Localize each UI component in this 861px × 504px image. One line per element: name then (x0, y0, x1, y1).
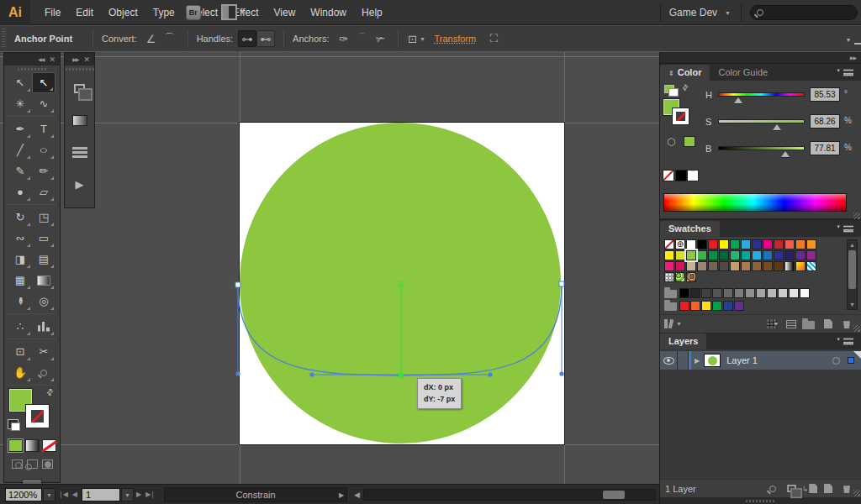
swatch[interactable] (789, 288, 799, 298)
swatch[interactable] (719, 239, 729, 249)
shape-builder-tool[interactable]: ◨ (8, 249, 32, 270)
scrollbar-thumb[interactable] (848, 250, 856, 289)
swap-fill-stroke-icon[interactable]: ⇄ (44, 386, 55, 398)
layer-name[interactable]: Layer 1 (726, 355, 832, 365)
draw-inside-icon[interactable] (42, 459, 53, 469)
eraser-tool[interactable]: ▱ (32, 181, 55, 202)
swatch[interactable] (697, 261, 707, 271)
swatch[interactable] (719, 250, 729, 260)
swatch[interactable] (708, 261, 718, 271)
swatch[interactable] (712, 301, 722, 311)
slider-track-h[interactable] (718, 92, 805, 97)
slider-value-field[interactable]: 85.53 (810, 87, 840, 102)
isolate-object-button[interactable]: ⛶ (484, 30, 503, 47)
swatch-kind-button[interactable]: ▼ (763, 317, 782, 332)
scroll-left-icon[interactable]: ◀ (354, 491, 360, 499)
panel-menu-icon[interactable] (843, 70, 853, 76)
gradient-button[interactable] (25, 439, 40, 452)
new-swatch-button[interactable] (819, 317, 837, 332)
blob-brush-tool[interactable]: ● (8, 181, 32, 202)
column-graph-tool[interactable] (32, 316, 55, 337)
eyedropper-tool[interactable]: ✒ (8, 291, 32, 312)
drag-handle[interactable] (2, 29, 6, 49)
gradient-panel-icon[interactable] (65, 104, 94, 136)
menu-window[interactable]: Window (303, 0, 354, 25)
hand-tool[interactable]: ✋ (8, 362, 32, 383)
swatch[interactable] (741, 261, 751, 271)
none-swatch[interactable] (664, 239, 674, 249)
resize-grip[interactable] (853, 490, 860, 496)
tab-color-guide[interactable]: Color Guide (710, 65, 776, 81)
menu-view[interactable]: View (267, 0, 304, 25)
tab-swatches[interactable]: Swatches (660, 221, 720, 237)
expand-dock-icon[interactable]: ▶▶ (850, 55, 856, 60)
menu-file[interactable]: File (37, 0, 68, 25)
swatch[interactable] (675, 250, 685, 260)
expand-triangle-icon[interactable]: ▶ (695, 357, 700, 365)
width-tool[interactable]: ∾ (8, 228, 32, 249)
grad-orange-swatch[interactable] (795, 261, 806, 271)
swatch[interactable] (774, 239, 784, 249)
pat-dots-swatch[interactable] (664, 272, 674, 282)
swatch[interactable] (763, 239, 773, 249)
panel-menu-icon[interactable] (843, 226, 853, 233)
slice-tool[interactable]: ✂ (32, 341, 55, 362)
canvas-area[interactable]: dX: 0 px dY: -7 px ◀◀ ✕ ↖↖✳∿✒T╱○✎✏●▱↻◳∾▭… (0, 52, 659, 484)
swatch[interactable] (701, 288, 711, 298)
swatch[interactable] (686, 239, 696, 249)
search-field[interactable] (750, 5, 858, 20)
swatch[interactable] (741, 239, 751, 249)
scroll-down-icon[interactable]: ▼ (848, 300, 857, 309)
isolate-selection-button[interactable]: ⊡▼ (407, 30, 425, 47)
horizontal-scrollbar[interactable] (363, 489, 656, 501)
swatch[interactable] (686, 261, 696, 271)
convert-to-smooth-button[interactable]: ⌒ (161, 30, 179, 47)
first-artboard-icon[interactable]: ❘◀ (58, 491, 67, 498)
lasso-tool[interactable]: ∿ (32, 93, 55, 114)
swatch[interactable] (741, 250, 751, 260)
selection-tool[interactable]: ↖ (8, 72, 32, 93)
overlap-squares-panel-icon[interactable] (65, 72, 94, 104)
black-swatch[interactable] (675, 170, 687, 181)
mesh-tool[interactable]: ▦ (8, 270, 32, 291)
menu-help[interactable]: Help (354, 0, 390, 25)
pat-green-swatch[interactable] (675, 272, 685, 282)
swatch[interactable] (778, 288, 788, 298)
swatch[interactable] (800, 288, 810, 298)
swatch[interactable] (730, 239, 740, 249)
swatch-options-button[interactable] (782, 317, 800, 332)
stroke-lines-panel-icon[interactable] (65, 136, 94, 168)
color-spectrum-bar[interactable] (663, 193, 847, 212)
last-artboard-icon[interactable]: ▶❘ (145, 491, 155, 498)
draw-normal-icon[interactable] (12, 459, 23, 469)
collapse-panel-icon[interactable]: ◀◀ (38, 56, 44, 62)
swatch[interactable] (763, 250, 773, 260)
panel-gripper[interactable] (65, 66, 94, 72)
swatch[interactable] (679, 301, 689, 311)
none-swatch[interactable] (663, 170, 674, 181)
pen-tool[interactable]: ✒ (8, 118, 32, 139)
locate-object-button[interactable] (763, 481, 782, 496)
scroll-up-icon[interactable]: ▲ (848, 240, 857, 249)
pat-blue-swatch[interactable] (806, 261, 816, 271)
slider-value-field[interactable]: 77.81 (810, 141, 840, 155)
folder-icon[interactable] (664, 302, 677, 311)
magic-wand-tool[interactable]: ✳ (8, 93, 32, 114)
swatch[interactable] (774, 261, 784, 271)
swatch[interactable] (795, 239, 806, 249)
scrollbar-thumb[interactable] (603, 491, 625, 499)
menu-type[interactable]: Type (145, 0, 182, 25)
panel-menu-icon[interactable] (843, 339, 853, 345)
close-icon[interactable]: ✕ (49, 55, 55, 64)
free-transform-tool[interactable]: ▭ (32, 228, 55, 249)
grad-gray-swatch[interactable] (784, 261, 795, 271)
dock-footer-gripper[interactable] (660, 497, 861, 504)
arrange-documents-button[interactable]: ▼ (221, 4, 246, 20)
transform-link[interactable]: Transform (434, 34, 476, 44)
new-color-group-button[interactable] (800, 317, 819, 332)
target-circle-icon[interactable] (832, 357, 840, 365)
swatch[interactable] (697, 250, 707, 260)
swatch[interactable] (752, 261, 762, 271)
status-message-bar[interactable]: Constrain ▶ (164, 487, 347, 502)
swatch[interactable] (730, 250, 740, 260)
